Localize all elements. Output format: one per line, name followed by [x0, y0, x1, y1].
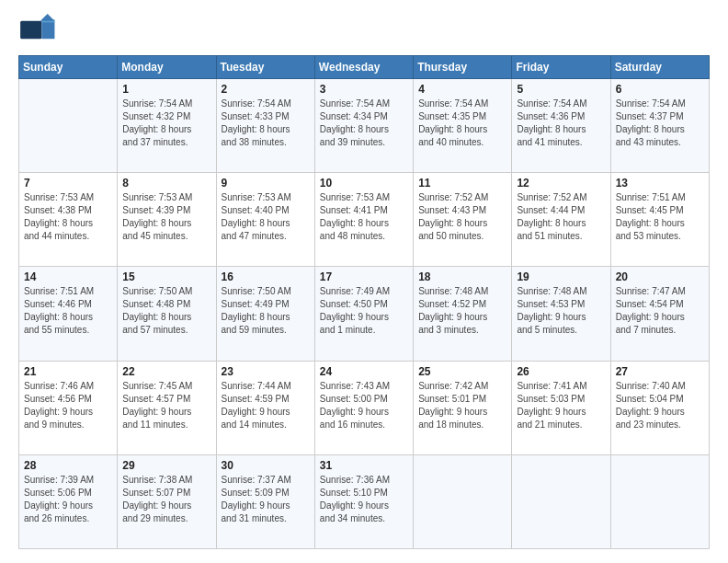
calendar-cell: 30Sunrise: 7:37 AMSunset: 5:09 PMDayligh…	[216, 454, 314, 548]
svg-marker-1	[41, 21, 54, 39]
calendar-week-1: 1Sunrise: 7:54 AMSunset: 4:32 PMDaylight…	[19, 79, 710, 173]
calendar-header-saturday: Saturday	[610, 56, 709, 79]
day-info: Sunrise: 7:54 AMSunset: 4:35 PMDaylight:…	[418, 98, 506, 149]
calendar-cell: 12Sunrise: 7:52 AMSunset: 4:44 PMDayligh…	[512, 173, 610, 267]
day-info: Sunrise: 7:53 AMSunset: 4:41 PMDaylight:…	[320, 191, 408, 243]
day-info: Sunrise: 7:47 AMSunset: 4:54 PMDaylight:…	[616, 285, 704, 337]
day-number: 4	[418, 83, 506, 96]
day-info: Sunrise: 7:44 AMSunset: 4:59 PMDaylight:…	[222, 380, 310, 431]
calendar-cell: 5Sunrise: 7:54 AMSunset: 4:36 PMDaylight…	[512, 79, 610, 173]
calendar-cell: 27Sunrise: 7:40 AMSunset: 5:04 PMDayligh…	[610, 361, 709, 454]
calendar-cell: 23Sunrise: 7:44 AMSunset: 4:59 PMDayligh…	[216, 361, 314, 454]
calendar-cell: 10Sunrise: 7:53 AMSunset: 4:41 PMDayligh…	[314, 173, 413, 267]
day-info: Sunrise: 7:43 AMSunset: 5:00 PMDaylight:…	[320, 380, 408, 431]
calendar-week-4: 21Sunrise: 7:46 AMSunset: 4:56 PMDayligh…	[19, 361, 710, 454]
calendar-cell	[414, 454, 512, 548]
day-info: Sunrise: 7:52 AMSunset: 4:43 PMDaylight:…	[418, 191, 506, 243]
calendar-cell: 15Sunrise: 7:50 AMSunset: 4:48 PMDayligh…	[118, 267, 216, 361]
day-number: 28	[24, 459, 112, 472]
calendar-week-2: 7Sunrise: 7:53 AMSunset: 4:38 PMDaylight…	[19, 173, 710, 267]
calendar-table: SundayMondayTuesdayWednesdayThursdayFrid…	[18, 55, 710, 549]
calendar-cell: 24Sunrise: 7:43 AMSunset: 5:00 PMDayligh…	[314, 361, 413, 454]
day-info: Sunrise: 7:49 AMSunset: 4:50 PMDaylight:…	[320, 285, 408, 337]
day-number: 3	[320, 83, 408, 96]
day-number: 14	[24, 270, 112, 283]
day-number: 22	[122, 365, 210, 378]
calendar-header-friday: Friday	[512, 56, 610, 79]
day-number: 30	[222, 459, 310, 472]
day-info: Sunrise: 7:53 AMSunset: 4:40 PMDaylight:…	[222, 191, 310, 243]
calendar-header-thursday: Thursday	[414, 56, 512, 79]
day-info: Sunrise: 7:54 AMSunset: 4:33 PMDaylight:…	[222, 98, 310, 149]
logo	[18, 14, 59, 46]
day-number: 16	[222, 270, 310, 283]
calendar-cell: 17Sunrise: 7:49 AMSunset: 4:50 PMDayligh…	[314, 267, 413, 361]
day-number: 21	[24, 365, 112, 378]
day-info: Sunrise: 7:38 AMSunset: 5:07 PMDaylight:…	[122, 474, 210, 525]
day-info: Sunrise: 7:45 AMSunset: 4:57 PMDaylight:…	[122, 380, 210, 431]
day-info: Sunrise: 7:54 AMSunset: 4:37 PMDaylight:…	[616, 98, 704, 149]
calendar-cell: 9Sunrise: 7:53 AMSunset: 4:40 PMDaylight…	[216, 173, 314, 267]
day-info: Sunrise: 7:42 AMSunset: 5:01 PMDaylight:…	[418, 380, 506, 431]
calendar-header-tuesday: Tuesday	[216, 56, 314, 79]
day-number: 18	[418, 270, 506, 283]
page: SundayMondayTuesdayWednesdayThursdayFrid…	[0, 0, 728, 563]
day-number: 26	[517, 365, 605, 378]
day-info: Sunrise: 7:54 AMSunset: 4:34 PMDaylight:…	[320, 98, 408, 149]
day-info: Sunrise: 7:46 AMSunset: 4:56 PMDaylight:…	[24, 380, 112, 431]
svg-rect-0	[20, 21, 41, 39]
day-number: 8	[122, 177, 210, 190]
day-number: 12	[517, 177, 605, 190]
day-info: Sunrise: 7:48 AMSunset: 4:52 PMDaylight:…	[418, 285, 506, 337]
day-info: Sunrise: 7:41 AMSunset: 5:03 PMDaylight:…	[517, 380, 605, 431]
day-number: 29	[122, 459, 210, 472]
day-info: Sunrise: 7:39 AMSunset: 5:06 PMDaylight:…	[24, 474, 112, 525]
calendar-cell: 21Sunrise: 7:46 AMSunset: 4:56 PMDayligh…	[19, 361, 118, 454]
calendar-cell: 13Sunrise: 7:51 AMSunset: 4:45 PMDayligh…	[610, 173, 709, 267]
day-number: 9	[222, 177, 310, 190]
calendar-cell: 29Sunrise: 7:38 AMSunset: 5:07 PMDayligh…	[118, 454, 216, 548]
calendar-cell: 28Sunrise: 7:39 AMSunset: 5:06 PMDayligh…	[19, 454, 118, 548]
calendar-cell	[19, 79, 118, 173]
calendar-cell: 7Sunrise: 7:53 AMSunset: 4:38 PMDaylight…	[19, 173, 118, 267]
day-info: Sunrise: 7:50 AMSunset: 4:48 PMDaylight:…	[122, 285, 210, 337]
day-info: Sunrise: 7:52 AMSunset: 4:44 PMDaylight:…	[517, 191, 605, 243]
calendar-cell: 8Sunrise: 7:53 AMSunset: 4:39 PMDaylight…	[118, 173, 216, 267]
day-info: Sunrise: 7:48 AMSunset: 4:53 PMDaylight:…	[517, 285, 605, 337]
day-number: 19	[517, 270, 605, 283]
day-number: 23	[222, 365, 310, 378]
calendar-header-wednesday: Wednesday	[314, 56, 413, 79]
day-number: 1	[122, 83, 210, 96]
calendar-week-5: 28Sunrise: 7:39 AMSunset: 5:06 PMDayligh…	[19, 454, 710, 548]
day-number: 13	[616, 177, 704, 190]
day-number: 15	[122, 270, 210, 283]
day-number: 7	[24, 177, 112, 190]
day-number: 17	[320, 270, 408, 283]
calendar-cell: 14Sunrise: 7:51 AMSunset: 4:46 PMDayligh…	[19, 267, 118, 361]
calendar-cell: 18Sunrise: 7:48 AMSunset: 4:52 PMDayligh…	[414, 267, 512, 361]
calendar-cell: 3Sunrise: 7:54 AMSunset: 4:34 PMDaylight…	[314, 79, 413, 173]
calendar-header-row: SundayMondayTuesdayWednesdayThursdayFrid…	[19, 56, 710, 79]
header	[18, 14, 710, 46]
calendar-header-monday: Monday	[118, 56, 216, 79]
calendar-cell: 1Sunrise: 7:54 AMSunset: 4:32 PMDaylight…	[118, 79, 216, 173]
day-number: 10	[320, 177, 408, 190]
day-number: 2	[222, 83, 310, 96]
day-number: 27	[616, 365, 704, 378]
calendar-week-3: 14Sunrise: 7:51 AMSunset: 4:46 PMDayligh…	[19, 267, 710, 361]
calendar-cell: 16Sunrise: 7:50 AMSunset: 4:49 PMDayligh…	[216, 267, 314, 361]
calendar-cell: 6Sunrise: 7:54 AMSunset: 4:37 PMDaylight…	[610, 79, 709, 173]
day-number: 6	[616, 83, 704, 96]
day-number: 24	[320, 365, 408, 378]
day-info: Sunrise: 7:50 AMSunset: 4:49 PMDaylight:…	[222, 285, 310, 337]
day-info: Sunrise: 7:54 AMSunset: 4:36 PMDaylight:…	[517, 98, 605, 149]
calendar-cell: 20Sunrise: 7:47 AMSunset: 4:54 PMDayligh…	[610, 267, 709, 361]
calendar-cell	[512, 454, 610, 548]
day-info: Sunrise: 7:37 AMSunset: 5:09 PMDaylight:…	[222, 474, 310, 525]
calendar-cell	[610, 454, 709, 548]
day-number: 31	[320, 459, 408, 472]
day-number: 25	[418, 365, 506, 378]
day-info: Sunrise: 7:51 AMSunset: 4:45 PMDaylight:…	[616, 191, 704, 243]
day-info: Sunrise: 7:54 AMSunset: 4:32 PMDaylight:…	[122, 98, 210, 149]
day-info: Sunrise: 7:51 AMSunset: 4:46 PMDaylight:…	[24, 285, 112, 337]
